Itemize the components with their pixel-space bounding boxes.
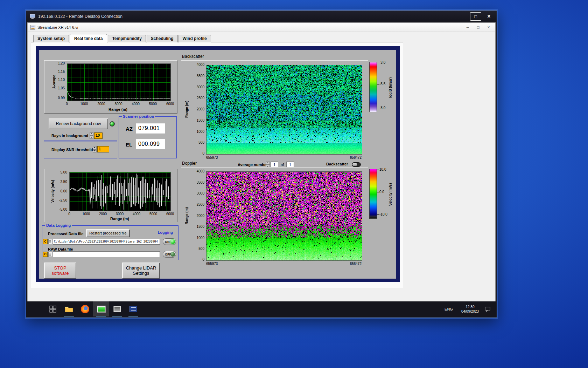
rdp-window-controls: – □ × bbox=[457, 12, 495, 21]
snr-control-box: Display SNR threshold 1 bbox=[44, 142, 117, 158]
raw-drive-box[interactable]: C bbox=[43, 252, 48, 257]
backscatter-yticks: 40003500300025002000150010005000 bbox=[190, 65, 205, 154]
processed-logging-led bbox=[170, 239, 175, 244]
velocity-xticks: 0100020003000400050006000 bbox=[66, 212, 174, 216]
tab-bar: System setup Real time data Temp/humidit… bbox=[33, 33, 212, 42]
rdp-monitor-icon bbox=[30, 14, 35, 19]
doppler-cb-tick-min: -10.0 bbox=[379, 212, 387, 216]
streamline-app-icon bbox=[97, 306, 106, 313]
processed-data-file-label: Processed Data file bbox=[48, 232, 84, 236]
raw-logging-toggle[interactable]: OFF bbox=[163, 251, 176, 258]
app-restore-button[interactable]: □ bbox=[473, 23, 483, 32]
firefox-icon bbox=[81, 305, 89, 313]
rays-spinner[interactable] bbox=[90, 132, 93, 139]
y-tick-label: 3500 bbox=[197, 74, 204, 78]
backscatter-cb-tick-max: -3.0 bbox=[379, 61, 385, 64]
az-value-field[interactable]: 079.001 bbox=[136, 123, 165, 134]
app-window-controls: – □ × bbox=[462, 23, 494, 32]
stop-software-button[interactable]: STOP software bbox=[44, 263, 76, 279]
y-tick-label: 3000 bbox=[197, 85, 204, 89]
y-tick-label: 1000 bbox=[197, 130, 204, 134]
y-tick-label: 1.05 bbox=[58, 86, 65, 90]
streamline-app-button[interactable] bbox=[93, 301, 109, 316]
ascope-plot bbox=[67, 63, 171, 101]
remote-desktop: StreamLine XR v14-6.vi – □ × System setu… bbox=[27, 22, 496, 316]
toggle-knob bbox=[352, 163, 357, 166]
tab-wind-profile[interactable]: Wind profile bbox=[178, 35, 211, 42]
language-indicator[interactable]: ENG bbox=[442, 305, 456, 313]
snr-spinner[interactable] bbox=[93, 146, 97, 152]
tab-system-setup[interactable]: System setup bbox=[33, 35, 69, 42]
y-tick-label: 4000 bbox=[197, 169, 204, 173]
firefox-button[interactable] bbox=[77, 301, 93, 316]
spinner-up-icon[interactable] bbox=[93, 146, 97, 149]
backscatter-doppler-toggle[interactable] bbox=[352, 162, 361, 167]
notification-icon[interactable] bbox=[484, 306, 491, 312]
stop-line1: STOP bbox=[54, 265, 66, 271]
y-tick-label: 4000 bbox=[197, 63, 204, 67]
y-tick-label: 3500 bbox=[197, 180, 204, 185]
x-tick-label: 2000 bbox=[97, 102, 105, 106]
raw-path-row: C OFF bbox=[43, 251, 178, 258]
tab-scheduling[interactable]: Scheduling bbox=[147, 35, 178, 42]
x-tick-label: 6000 bbox=[166, 212, 174, 216]
rdp-titlebar[interactable]: 192.168.0.122 - Remote Desktop Connectio… bbox=[26, 11, 497, 22]
y-tick-label: 1000 bbox=[197, 236, 204, 240]
scanner-position-title: Scanner position bbox=[122, 114, 155, 119]
app-titlebar[interactable]: StreamLine XR v14-6.vi – □ × bbox=[28, 23, 495, 32]
el-value-field[interactable]: 000.099 bbox=[136, 139, 165, 149]
y-tick-label: 2500 bbox=[197, 203, 204, 207]
app-minimize-button[interactable]: – bbox=[462, 23, 473, 32]
app-window-title: StreamLine XR v14-6.vi bbox=[37, 25, 78, 29]
processed-browse-icon[interactable] bbox=[48, 239, 52, 244]
y-tick-label: -2.50 bbox=[59, 198, 67, 203]
y-tick-label: 0 bbox=[202, 258, 204, 262]
file-explorer-button[interactable] bbox=[61, 301, 77, 316]
data-logging-frame: Data Logging Processed Data file Restart… bbox=[42, 225, 178, 260]
x-tick-label: 5000 bbox=[149, 212, 157, 216]
doppler-xtick-start: 655973 bbox=[206, 262, 218, 266]
rays-value-field[interactable]: 10 bbox=[94, 132, 103, 139]
rdp-close-button[interactable]: × bbox=[483, 12, 495, 21]
rdp-minimize-button[interactable]: – bbox=[457, 12, 468, 21]
taskbar-icons bbox=[45, 301, 141, 316]
processed-path-row: C C:\Lidar\Data\Proc\2023\202309\2023090… bbox=[43, 238, 178, 245]
data-viewer-button[interactable] bbox=[125, 301, 141, 316]
spinner-down-icon[interactable] bbox=[93, 149, 97, 152]
backscatter-colorbar-label: log B (/m/sr) bbox=[388, 64, 392, 111]
y-tick-label: 2000 bbox=[197, 107, 204, 111]
tab-real-time-data[interactable]: Real time data bbox=[70, 34, 107, 43]
el-label: EL bbox=[126, 142, 132, 148]
rdp-maximize-button[interactable]: □ bbox=[470, 12, 481, 21]
x-tick-label: 2000 bbox=[99, 212, 107, 216]
taskbar: ENG 12:30 04/09/2023 bbox=[27, 301, 496, 316]
raw-browse-icon[interactable] bbox=[48, 252, 52, 257]
x-tick-label: 1000 bbox=[82, 212, 90, 216]
x-tick-label: 4000 bbox=[132, 102, 140, 106]
desktop-background: 192.168.0.122 - Remote Desktop Connectio… bbox=[0, 0, 588, 368]
task-view-button[interactable] bbox=[45, 301, 61, 316]
doppler-plot-group: Range (m) 400035003000250020001500100050… bbox=[181, 167, 368, 267]
x-tick-label: 0 bbox=[66, 102, 68, 106]
spinner-up-icon[interactable] bbox=[90, 132, 93, 136]
tab-temp-humidity[interactable]: Temp/humidity bbox=[108, 35, 146, 42]
processed-logging-toggle[interactable]: ON bbox=[163, 238, 176, 245]
backscatter-cb-tick-mid: -5.5 bbox=[379, 82, 385, 86]
restart-processed-file-button[interactable]: Restart processed file bbox=[86, 229, 130, 237]
processed-path-field[interactable]: C:\Lidar\Data\Proc\2023\202309\20230904\… bbox=[53, 239, 160, 245]
spinner-up-icon[interactable] bbox=[266, 162, 270, 165]
change-line2: Settings bbox=[133, 271, 149, 276]
change-lidar-settings-button[interactable]: Change LiDAR Settings bbox=[122, 263, 160, 279]
ascope-yticks: 1.201.151.101.050.99 bbox=[49, 63, 65, 100]
scan-scheduler-button[interactable] bbox=[109, 301, 125, 316]
raw-path-field[interactable] bbox=[53, 251, 160, 257]
snr-value-field[interactable]: 1 bbox=[97, 146, 109, 152]
data-viewer-icon bbox=[130, 306, 137, 312]
x-tick-label: 4000 bbox=[133, 212, 140, 216]
y-tick-label: 2.50 bbox=[61, 180, 67, 184]
app-close-button[interactable]: × bbox=[483, 23, 494, 32]
processed-drive-box[interactable]: C bbox=[43, 239, 48, 244]
spinner-down-icon[interactable] bbox=[90, 136, 93, 139]
taskbar-clock[interactable]: 12:30 04/09/2023 bbox=[461, 305, 479, 314]
renew-background-button[interactable]: Renew background now bbox=[49, 118, 108, 129]
